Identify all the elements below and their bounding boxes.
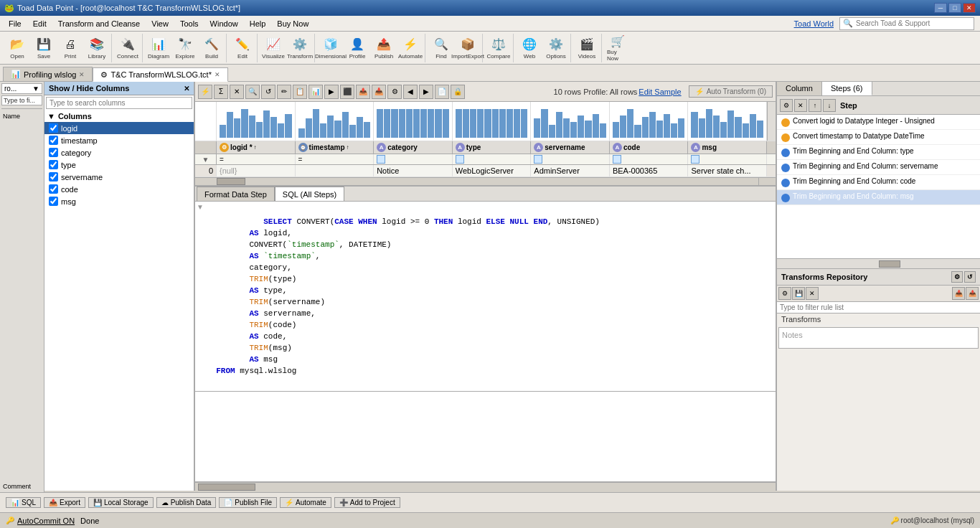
grid-col-category[interactable]: A category (374, 141, 453, 154)
menu-view[interactable]: View (146, 18, 174, 29)
grid-scrollbar-thumb[interactable] (217, 178, 245, 185)
tab-transform-close[interactable]: ✕ (215, 71, 220, 78)
col-row-category[interactable]: category (44, 146, 194, 159)
grid-col-type[interactable]: A type (453, 141, 532, 154)
profile-button[interactable]: 👤 Profile (344, 34, 370, 62)
tab-column[interactable]: Column (777, 82, 822, 95)
col-row-type[interactable]: type (44, 159, 194, 171)
repo-header-btn2[interactable]: ↺ (964, 271, 976, 283)
filter-servername[interactable] (531, 154, 610, 164)
explore-button[interactable]: 🔭 Explore (172, 34, 198, 62)
grid-tb-sum-btn[interactable]: Σ (214, 85, 228, 99)
sql-editor[interactable]: SELECT CONVERT(CASE WHEN logid >= 0 THEN… (195, 202, 776, 392)
col-checkbox-code[interactable] (49, 184, 58, 194)
filter-logid[interactable]: = (217, 154, 296, 164)
tab-profiling[interactable]: 📊 Profiling wlslog ✕ (3, 67, 93, 81)
menu-transform[interactable]: Transform and Cleanse (52, 18, 146, 29)
grid-col-timestamp[interactable]: ⌚ timestamp ↑ (296, 141, 374, 154)
step-item-4[interactable]: Trim Beginning and End Column: servernam… (777, 160, 980, 175)
col-checkbox-category[interactable] (49, 148, 58, 157)
dimensional-button[interactable]: 🧊 Dimensional (318, 34, 344, 62)
filter-category[interactable] (374, 154, 453, 164)
repo-tb-add[interactable]: ⚙ (778, 287, 791, 300)
col-checkbox-servername[interactable] (49, 172, 58, 182)
grid-tb-btn4[interactable]: 📋 (293, 85, 307, 99)
edit-button[interactable]: ✏️ Edit (230, 34, 255, 62)
autocommit-label[interactable]: AutoCommit ON (17, 517, 75, 525)
col-row-msg[interactable]: msg (44, 195, 194, 207)
auto-transform-button[interactable]: ⚡ Auto Transform (0) (689, 85, 773, 98)
col-row-timestamp[interactable]: timestamp (44, 134, 194, 146)
print-button[interactable]: 🖨 Print (57, 34, 83, 62)
grid-tb-btn2[interactable]: ↺ (261, 85, 275, 99)
grid-tb-search-btn[interactable]: 🔍 (245, 85, 260, 99)
repo-filter-input[interactable] (777, 302, 980, 314)
column-search-input[interactable] (46, 97, 192, 109)
connect-button[interactable]: 🔌 Connect (115, 34, 141, 62)
col-row-servername[interactable]: servername (44, 171, 194, 183)
menu-tools[interactable]: Tools (174, 18, 204, 29)
diagram-button[interactable]: 📊 Diagram (146, 34, 171, 62)
grid-scrollbar-down[interactable] (758, 178, 767, 185)
grid-tb-btn5[interactable]: 📊 (308, 85, 323, 99)
col-checkbox-msg[interactable] (49, 197, 58, 206)
repo-tb-import[interactable]: 📥 (952, 287, 965, 300)
transform-button[interactable]: ⚙️ Transform (287, 34, 313, 62)
filter-code[interactable] (610, 154, 689, 164)
col-row-logid[interactable]: logid (44, 122, 194, 134)
grid-tb-btn11[interactable]: ◀ (403, 85, 418, 99)
search-toad-input[interactable] (856, 19, 971, 27)
menu-file[interactable]: File (3, 18, 27, 29)
automate-button[interactable]: ⚡ Automate (397, 34, 423, 62)
col-checkbox-type[interactable] (49, 160, 58, 169)
repo-tb-export[interactable]: 📤 (966, 287, 979, 300)
grid-tb-btn6[interactable]: ▶ (324, 85, 339, 99)
publish-data-btn[interactable]: ☁ Publish Data (156, 497, 217, 508)
buynow-button[interactable]: 🛒 Buy Now (605, 34, 631, 62)
grid-tb-btn14[interactable]: 🔒 (451, 85, 465, 99)
tiny-dropdown[interactable]: ro... ▼ (1, 83, 42, 94)
step-item-1[interactable]: Convert logid to Datatype Integer - Unsi… (777, 115, 980, 130)
close-button[interactable]: ✕ (963, 3, 976, 13)
maximize-button[interactable]: □ (948, 3, 961, 13)
tab-sql-all-steps[interactable]: SQL (All Steps) (275, 187, 344, 201)
grid-col-logid[interactable]: ⚙ logid * ↑ (217, 141, 296, 154)
grid-col-code[interactable]: A code (610, 141, 689, 154)
grid-tb-filter-btn[interactable]: ⚡ (198, 85, 212, 99)
grid-tb-btn9[interactable]: 📥 (372, 85, 386, 99)
table-row[interactable]: 0 {null} Notice WebLogicServer AdminServ… (195, 165, 776, 177)
grid-tb-btn12[interactable]: ▶ (419, 85, 433, 99)
publish-file-btn[interactable]: 📄 Publish File (219, 497, 277, 508)
tab-steps[interactable]: Steps (6) (822, 82, 872, 95)
tab-transform[interactable]: ⚙ T&C TransformWLSLOG.tct* ✕ (93, 67, 228, 82)
add-to-project-btn[interactable]: ➕ Add to Project (334, 497, 400, 508)
local-storage-btn[interactable]: 💾 Local Storage (88, 497, 154, 508)
sql-scrollbar-thumb[interactable] (198, 484, 255, 491)
show-hide-collapse-icon[interactable]: ✕ (184, 85, 189, 93)
tab-format-data-step[interactable]: Format Data Step (197, 187, 275, 201)
grid-horizontal-scrollbar[interactable] (195, 177, 776, 186)
repo-header-btn1[interactable]: ⚙ (951, 271, 963, 283)
sql-status-btn[interactable]: 📊 SQL (6, 497, 41, 508)
grid-col-servername[interactable]: A servername (531, 141, 610, 154)
col-checkbox-logid[interactable] (49, 123, 58, 133)
web-button[interactable]: 🌐 Web (517, 34, 542, 62)
grid-tb-btn7[interactable]: ⬛ (340, 85, 354, 99)
library-button[interactable]: 📚 Library (84, 34, 110, 62)
toad-world-link[interactable]: Toad World (788, 18, 839, 29)
publish-button[interactable]: 📤 Publish (371, 34, 397, 62)
col-checkbox-timestamp[interactable] (49, 136, 58, 145)
visualize-button[interactable]: 📈 Visualize (260, 34, 286, 62)
menu-edit[interactable]: Edit (27, 18, 52, 29)
grid-tb-btn10[interactable]: ⚙ (387, 85, 402, 99)
filter-type[interactable] (453, 154, 532, 164)
steps-scrollbar-thumb[interactable] (879, 260, 900, 268)
step-item-3[interactable]: Trim Beginning and End Column: type (777, 145, 980, 160)
steps-scrollbar[interactable] (777, 258, 980, 268)
tab-profiling-close[interactable]: ✕ (79, 71, 85, 78)
step-item-5[interactable]: Trim Beginning and End Column: code (777, 175, 980, 190)
col-row-code[interactable]: code (44, 183, 194, 195)
grid-tb-btn8[interactable]: 📤 (356, 85, 370, 99)
options-button[interactable]: ⚙️ Options (543, 34, 569, 62)
steps-add-btn[interactable]: ⚙ (780, 99, 793, 112)
